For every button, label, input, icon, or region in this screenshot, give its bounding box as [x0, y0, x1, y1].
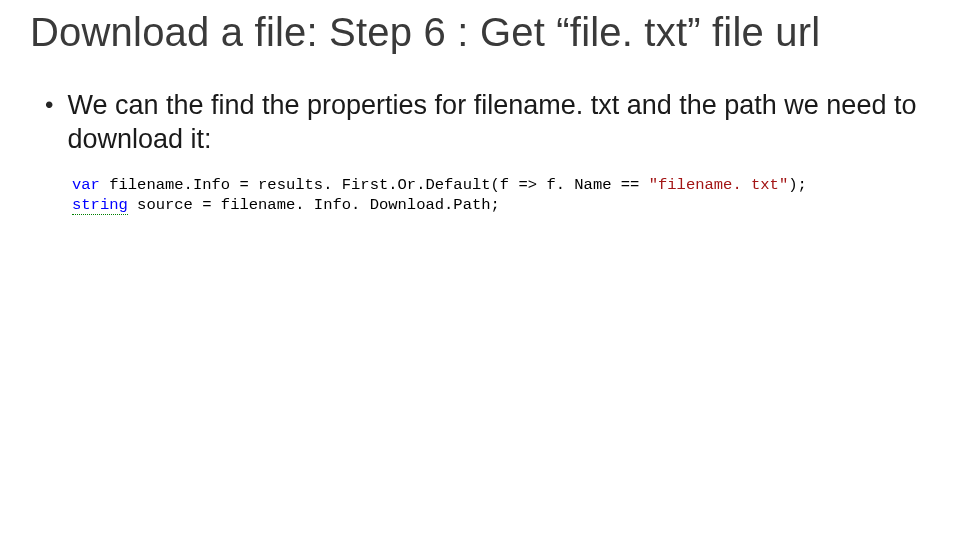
bullet-item: • We can the find the properties for fil…	[45, 89, 930, 157]
code-line1-end: );	[788, 176, 807, 194]
slide: Download a file: Step 6 : Get “file. txt…	[0, 0, 960, 540]
code-line1-mid: filename.Info = results. First.Or.Defaul…	[100, 176, 649, 194]
slide-title: Download a file: Step 6 : Get “file. txt…	[30, 10, 930, 54]
code-line2-rest: source = filename. Info. Download.Path;	[128, 196, 500, 214]
code-string-literal: "filename. txt"	[649, 176, 789, 194]
code-keyword-string: string	[72, 196, 128, 215]
code-block: var filename.Info = results. First.Or.De…	[72, 175, 930, 217]
code-keyword-var: var	[72, 176, 100, 194]
bullet-dot-icon: •	[45, 91, 53, 120]
bullet-text: We can the find the properties for filen…	[67, 89, 930, 157]
